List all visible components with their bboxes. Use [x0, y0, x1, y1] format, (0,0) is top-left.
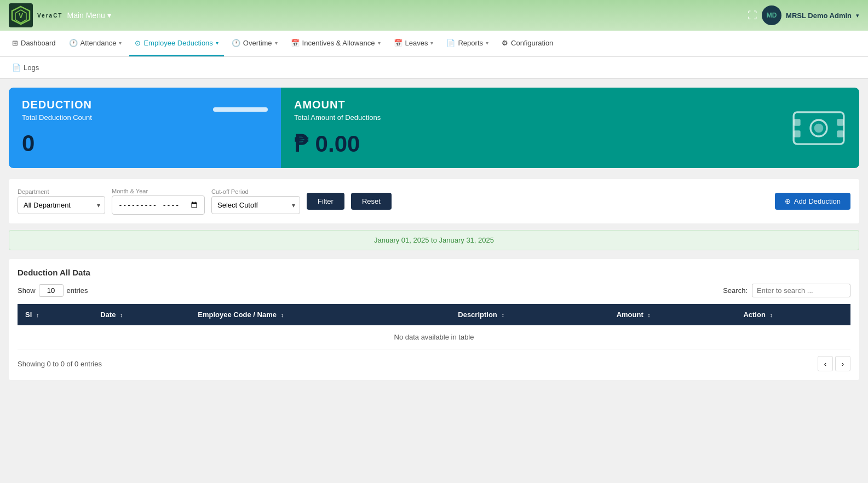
svg-rect-8: [837, 119, 844, 126]
main-menu-label: Main Menu: [67, 11, 105, 20]
user-name-label: MRSL Demo Admin: [786, 12, 852, 20]
deduction-card-bar: [213, 107, 268, 112]
amount-card-subtitle: Total Amount of Deductions: [294, 113, 846, 122]
add-icon: ⊕: [785, 197, 791, 205]
deduction-card-value: 0: [22, 130, 268, 157]
entries-input[interactable]: [39, 284, 64, 297]
sl-sort-icon: ↑: [36, 312, 39, 318]
attendance-icon: 🕐: [69, 39, 78, 47]
nav-item-overtime[interactable]: 🕐 Overtime ▾: [226, 31, 283, 56]
nav-item-attendance[interactable]: 🕐 Attendance ▾: [64, 31, 128, 56]
nav-bar: ⊞ Dashboard 🕐 Attendance ▾ ⊙ Employee De…: [0, 31, 868, 57]
svg-point-6: [814, 123, 824, 133]
svg-rect-10: [837, 130, 844, 137]
nav-employee-deductions-label: Employee Deductions: [143, 39, 212, 47]
svg-rect-9: [794, 130, 801, 137]
user-caret-icon[interactable]: ▾: [856, 12, 859, 19]
nav-reports-label: Reports: [458, 39, 483, 47]
nav-configuration-label: Configuration: [511, 39, 553, 47]
department-label: Department: [18, 188, 105, 195]
no-data-cell: No data available in table: [18, 325, 850, 349]
amount-card-value: ₱ 0.00: [294, 130, 846, 157]
month-year-label: Month & Year: [112, 188, 205, 194]
table-section: Deduction All Data Show entries Search: …: [9, 259, 859, 380]
department-select[interactable]: All Department: [18, 197, 105, 214]
entries-label: entries: [67, 286, 88, 295]
logs-icon: 📄: [12, 64, 21, 72]
nav-item-reports[interactable]: 📄 Reports ▾: [441, 31, 494, 56]
col-action[interactable]: Action ↕: [735, 304, 850, 325]
reports-caret-icon: ▾: [486, 40, 488, 46]
date-range-banner: January 01, 2025 to January 31, 2025: [9, 230, 859, 250]
amount-card-title: AMOUNT: [294, 99, 846, 111]
nav-overtime-label: Overtime: [243, 39, 272, 47]
nav-item-leaves[interactable]: 📅 Leaves ▾: [388, 31, 439, 56]
user-area: ⛶ MD MRSL Demo Admin ▾: [748, 5, 859, 25]
reset-button[interactable]: Reset: [351, 193, 392, 210]
month-year-filter-group: Month & Year: [112, 188, 205, 215]
next-page-button[interactable]: ›: [835, 356, 850, 371]
logo-area: V VeraCT Main Menu ▾: [9, 3, 111, 27]
main-menu-caret: ▾: [107, 11, 111, 20]
attendance-caret-icon: ▾: [119, 40, 122, 46]
department-filter-group: Department All Department ▾: [18, 188, 105, 214]
showing-entries-text: Showing 0 to 0 of 0 entries: [18, 360, 102, 368]
leaves-caret-icon: ▾: [430, 40, 433, 46]
avatar: MD: [762, 5, 781, 25]
col-description[interactable]: Description ↕: [450, 304, 608, 325]
veract-logo: V: [9, 3, 33, 27]
employee-sort-icon: ↕: [281, 312, 284, 318]
main-menu-button[interactable]: Main Menu ▾: [67, 11, 111, 20]
col-employee[interactable]: Employee Code / Name ↕: [190, 304, 450, 325]
expand-icon[interactable]: ⛶: [748, 10, 757, 21]
col-amount[interactable]: Amount ↕: [609, 304, 736, 325]
add-deduction-button[interactable]: ⊕ Add Deduction: [775, 193, 850, 210]
employee-deductions-icon: ⊙: [135, 39, 141, 47]
table-footer: Showing 0 to 0 of 0 entries ‹ ›: [18, 356, 850, 371]
col-sl[interactable]: Sl ↑: [18, 304, 93, 325]
brand-name: VeraCT: [37, 13, 62, 19]
date-range-text: January 01, 2025 to January 31, 2025: [374, 236, 494, 244]
overtime-icon: 🕐: [232, 39, 240, 47]
add-deduction-label: Add Deduction: [794, 197, 841, 205]
sub-nav-logs-label: Logs: [24, 64, 39, 72]
nav-item-incentives[interactable]: 📅 Incentives & Allowance ▾: [285, 31, 386, 56]
department-select-wrapper: All Department ▾: [18, 196, 105, 214]
nav-item-configuration[interactable]: ⚙ Configuration: [496, 31, 559, 56]
svg-text:V: V: [19, 12, 23, 20]
nav-leaves-label: Leaves: [405, 39, 428, 47]
table-header-row-cols: Sl ↑ Date ↕ Employee Code / Name ↕ Descr…: [18, 304, 850, 325]
employee-deductions-caret-icon: ▾: [216, 40, 219, 46]
cutoff-label: Cut-off Period: [211, 188, 300, 195]
deduction-card: DEDUCTION Total Deduction Count 0: [9, 88, 281, 168]
col-date[interactable]: Date ↕: [93, 304, 190, 325]
cutoff-filter-group: Cut-off Period Select Cutoff ▾: [211, 188, 300, 214]
cutoff-select-wrapper: Select Cutoff ▾: [211, 196, 300, 214]
nav-item-employee-deductions[interactable]: ⊙ Employee Deductions ▾: [129, 31, 223, 56]
sub-nav: 📄 Logs: [0, 57, 868, 79]
filter-button[interactable]: Filter: [307, 193, 344, 210]
month-year-input-wrap: [112, 196, 205, 215]
nav-attendance-label: Attendance: [81, 39, 117, 47]
search-area: Search:: [723, 284, 850, 297]
incentives-caret-icon: ▾: [378, 40, 381, 46]
incentives-icon: 📅: [291, 39, 300, 47]
dashboard-icon: ⊞: [12, 39, 18, 47]
show-label: Show: [18, 286, 36, 295]
amount-card: AMOUNT Total Amount of Deductions ₱ 0.00: [281, 88, 859, 168]
cutoff-select[interactable]: Select Cutoff: [212, 197, 300, 214]
action-sort-icon: ↕: [769, 312, 773, 318]
sub-nav-item-logs[interactable]: 📄 Logs: [7, 57, 44, 78]
nav-incentives-label: Incentives & Allowance: [302, 39, 375, 47]
prev-page-button[interactable]: ‹: [818, 356, 833, 371]
month-year-input[interactable]: [112, 196, 204, 214]
overtime-caret-icon: ▾: [275, 40, 278, 46]
deductions-table: Sl ↑ Date ↕ Employee Code / Name ↕ Descr…: [18, 304, 850, 349]
money-icon: [791, 109, 846, 147]
svg-rect-7: [794, 119, 801, 126]
nav-item-dashboard[interactable]: ⊞ Dashboard: [7, 31, 61, 56]
top-header: V VeraCT Main Menu ▾ ⛶ MD MRSL Demo Admi…: [0, 0, 868, 31]
search-input[interactable]: [752, 284, 850, 297]
reports-icon: 📄: [446, 39, 455, 47]
description-sort-icon: ↕: [501, 312, 504, 318]
